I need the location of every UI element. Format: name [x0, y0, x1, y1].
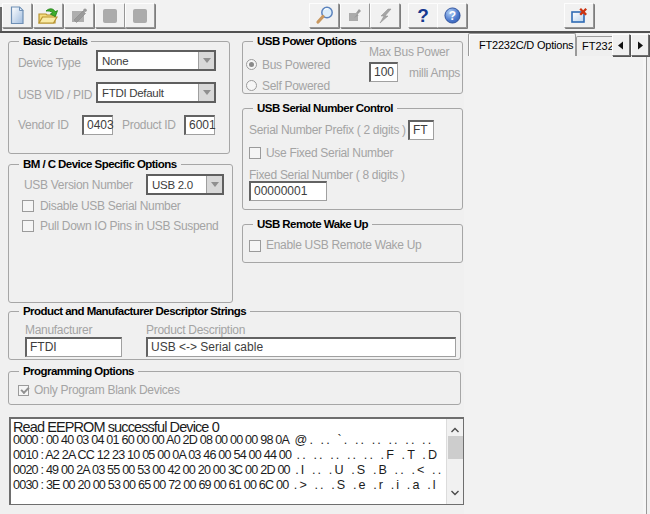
- svg-text:?: ?: [448, 9, 455, 23]
